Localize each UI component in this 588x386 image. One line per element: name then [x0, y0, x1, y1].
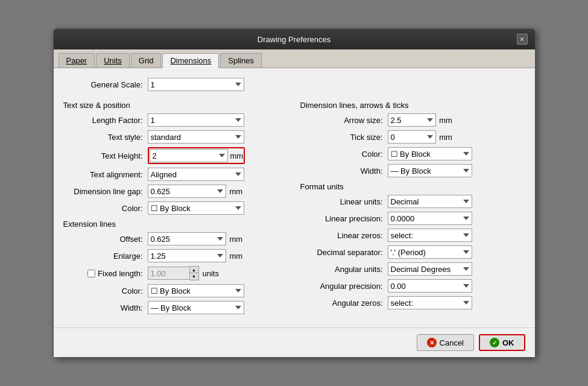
format-units-title: Format units: [300, 182, 525, 191]
tab-units[interactable]: Units: [96, 53, 130, 68]
dim-width-label: Width:: [300, 166, 388, 176]
angular-units-select[interactable]: Decimal Degrees: [388, 262, 472, 276]
dim-line-gap-unit: mm: [230, 187, 243, 196]
offset-select[interactable]: 0.625: [148, 232, 226, 245]
text-style-select[interactable]: standard: [148, 130, 244, 144]
dim-width-select[interactable]: — By Block: [388, 164, 472, 177]
tab-dimensions[interactable]: Dimensions: [162, 53, 219, 68]
footer: ✕ Cancel ✓ OK: [54, 327, 535, 357]
linear-precision-label: Linear precision:: [300, 214, 388, 223]
general-scale-row: General Scale: 1: [63, 78, 525, 91]
arrow-size-unit: mm: [439, 116, 452, 125]
length-factor-select[interactable]: 1: [148, 113, 244, 127]
extension-lines-title: Extension lines: [63, 220, 288, 229]
angular-zeros-row: Angular zeros: select:: [300, 296, 525, 309]
linear-units-row: Linear units: Decimal: [300, 195, 525, 208]
decimal-separator-label: Decimal separator:: [300, 248, 388, 257]
dim-lines-title: Dimension lines, arrows & ticks: [300, 101, 525, 110]
text-color-label: Color:: [63, 204, 148, 213]
arrow-size-select[interactable]: 2.5: [388, 113, 436, 127]
decimal-separator-select[interactable]: '.' (Period): [388, 245, 472, 259]
dim-line-gap-select[interactable]: 0.625: [148, 185, 226, 198]
ok-icon: ✓: [490, 338, 499, 347]
linear-units-select[interactable]: Decimal: [388, 195, 472, 208]
angular-precision-label: Angular precision:: [300, 282, 388, 291]
length-factor-label: Length Factor:: [63, 116, 148, 125]
dim-line-gap-row: Dimension line gap: 0.625 mm: [63, 185, 288, 198]
angular-units-row: Angular units: Decimal Degrees: [300, 262, 525, 276]
offset-label: Offset:: [63, 235, 148, 244]
ext-width-label: Width:: [63, 303, 148, 312]
spin-up[interactable]: ▲: [190, 267, 198, 273]
fixed-length-checkbox[interactable]: [87, 270, 95, 277]
tabs-bar: Paper Units Grid Dimensions Splines: [54, 49, 535, 68]
text-height-select[interactable]: 2: [150, 149, 228, 162]
tick-size-label: Tick size:: [300, 133, 388, 142]
tab-splines[interactable]: Splines: [220, 53, 262, 68]
text-height-label: Text Height:: [63, 151, 148, 160]
text-color-row: Color: ☐ By Block: [63, 201, 288, 215]
drawing-preferences-dialog: Drawing Preferences ✕ Paper Units Grid D…: [53, 28, 536, 358]
enlarge-row: Enlarge: 1.25 mm: [63, 249, 288, 262]
ext-width-select[interactable]: — By Block: [148, 301, 244, 314]
cancel-label: Cancel: [440, 338, 464, 347]
dim-width-row: Width: — By Block: [300, 164, 525, 177]
text-section-title: Text size & position: [63, 101, 288, 110]
linear-zeros-label: Linear zeros:: [300, 231, 388, 240]
right-column: Dimension lines, arrows & ticks Arrow si…: [300, 97, 525, 318]
main-content: General Scale: 1 Text size & position Le…: [54, 68, 535, 327]
dim-color-row: Color: ☐ By Block: [300, 147, 525, 160]
tick-size-unit: mm: [439, 133, 452, 142]
ok-label: OK: [502, 338, 514, 347]
ok-button[interactable]: ✓ OK: [479, 334, 525, 351]
left-column: Text size & position Length Factor: 1 Te…: [63, 97, 288, 318]
tab-paper[interactable]: Paper: [58, 53, 95, 68]
offset-row: Offset: 0.625 mm: [63, 232, 288, 245]
enlarge-label: Enlarge:: [63, 252, 148, 261]
enlarge-select[interactable]: 1.25: [148, 249, 226, 262]
cancel-icon: ✕: [427, 338, 437, 347]
ext-color-row: Color: ☐ By Block: [63, 284, 288, 297]
dim-line-gap-label: Dimension line gap:: [63, 187, 148, 196]
text-color-select[interactable]: ☐ By Block: [148, 201, 244, 215]
ext-color-label: Color:: [63, 286, 148, 296]
spin-down[interactable]: ▼: [190, 273, 198, 280]
angular-units-label: Angular units:: [300, 265, 388, 274]
angular-precision-select[interactable]: 0.00: [388, 279, 472, 293]
angular-zeros-select[interactable]: select:: [388, 296, 472, 309]
text-height-unit: mm: [230, 151, 244, 160]
linear-precision-select[interactable]: 0.0000: [388, 212, 472, 225]
fixed-length-label: Fixed length:: [63, 269, 148, 278]
tick-size-row: Tick size: 0 mm: [300, 130, 525, 144]
text-alignment-select[interactable]: Aligned: [148, 168, 244, 181]
tick-size-select[interactable]: 0: [388, 130, 436, 144]
fixed-length-unit: units: [203, 269, 219, 278]
fixed-length-input[interactable]: [148, 267, 190, 280]
dim-color-select[interactable]: ☐ By Block: [388, 147, 472, 160]
close-button[interactable]: ✕: [517, 34, 528, 45]
text-alignment-row: Text alignment: Aligned: [63, 168, 288, 181]
text-height-row: Text Height: 2 mm: [63, 147, 288, 164]
text-style-label: Text style:: [63, 133, 148, 142]
ext-width-row: Width: — By Block: [63, 301, 288, 314]
angular-precision-row: Angular precision: 0.00: [300, 279, 525, 293]
text-alignment-label: Text alignment:: [63, 170, 148, 179]
tab-grid[interactable]: Grid: [131, 53, 162, 68]
general-scale-label: General Scale:: [63, 80, 148, 89]
offset-unit: mm: [230, 235, 243, 244]
linear-zeros-row: Linear zeros: select:: [300, 229, 525, 242]
angular-zeros-label: Angular zeros:: [300, 299, 388, 308]
linear-zeros-select[interactable]: select:: [388, 229, 472, 242]
cancel-button[interactable]: ✕ Cancel: [417, 334, 474, 351]
arrow-size-label: Arrow size:: [300, 116, 388, 125]
text-style-row: Text style: standard: [63, 130, 288, 144]
ext-color-select[interactable]: ☐ By Block: [148, 284, 244, 297]
text-height-highlight: 2 mm: [148, 147, 245, 164]
dialog-title: Drawing Preferences: [72, 35, 517, 44]
titlebar: Drawing Preferences ✕: [54, 29, 535, 49]
linear-units-label: Linear units:: [300, 197, 388, 206]
enlarge-unit: mm: [230, 252, 243, 261]
arrow-size-row: Arrow size: 2.5 mm: [300, 113, 525, 127]
fixed-length-spinner: ▲ ▼: [190, 266, 199, 280]
general-scale-select[interactable]: 1: [148, 78, 244, 91]
